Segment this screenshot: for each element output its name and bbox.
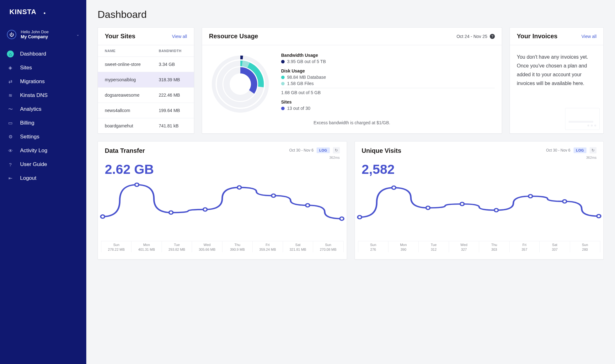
- svg-point-20: [596, 214, 601, 218]
- trend-icon: 〜: [7, 106, 14, 113]
- data-transfer-axis: Sun278.22 MBMon401.31 MBTue293.82 MBWed3…: [99, 240, 345, 257]
- resource-usage-card: Resource Usage Oct 24 - Nov 25 ?: [202, 27, 502, 134]
- help-icon: ?: [7, 161, 14, 168]
- svg-point-10: [271, 194, 275, 197]
- sites-card: Your Sites View all NAME BANDWIDTH sweet…: [98, 27, 194, 134]
- site-bandwidth: 318.39 MB: [159, 77, 187, 82]
- unique-visits-title: Unique Visits: [362, 147, 401, 154]
- site-row[interactable]: dogsareawesome222.46 MB: [98, 88, 194, 103]
- nav-item-sites[interactable]: ◈Sites: [0, 61, 86, 75]
- sites-table-body: sweet-online-store3.34 GBmypersonalblog3…: [98, 57, 194, 133]
- refresh-icon[interactable]: ↻: [333, 147, 340, 153]
- sites-title: Your Sites: [105, 33, 135, 40]
- svg-point-9: [237, 186, 241, 189]
- invoices-view-all[interactable]: View all: [581, 34, 596, 39]
- site-bandwidth: 222.46 MB: [159, 93, 187, 98]
- site-row[interactable]: mypersonalblog318.39 MB: [98, 72, 194, 88]
- help-icon[interactable]: ?: [490, 34, 495, 39]
- logout-icon: ⇤: [7, 175, 14, 182]
- svg-point-17: [494, 208, 498, 212]
- svg-point-12: [340, 217, 344, 221]
- nav-item-user-guide[interactable]: ?User Guide: [0, 158, 86, 171]
- sidebar: KINSTA ⏻ Hello John Doe My Company ⌄ ⌂Da…: [0, 0, 86, 364]
- axis-cell: Sun276: [358, 241, 388, 252]
- unique-visits-card: Unique Visits Oct 30 - Nov 6 LOG ↻ 362ms…: [355, 141, 604, 260]
- svg-point-7: [169, 211, 173, 214]
- refresh-icon[interactable]: ↻: [590, 147, 596, 153]
- nav-label: Kinsta DNS: [20, 92, 48, 99]
- unique-visits-latency: 362ms: [355, 156, 604, 159]
- nav-label: Dashboard: [20, 51, 46, 57]
- sliders-icon: ≋: [7, 92, 14, 99]
- site-bandwidth: 3.34 GB: [159, 62, 187, 67]
- nav-item-kinsta-dns[interactable]: ≋Kinsta DNS: [0, 88, 86, 102]
- power-icon: ⏻: [7, 30, 16, 39]
- diamond-icon: ◈: [7, 64, 14, 71]
- nav-item-migrations[interactable]: ⇄Migrations: [0, 75, 86, 88]
- legend-dot-database: [281, 76, 285, 79]
- site-bandwidth: 199.64 MB: [159, 108, 187, 113]
- axis-cell: Thu303: [479, 241, 509, 252]
- axis-cell: Sat337: [540, 241, 570, 252]
- legend-dot-files: [281, 82, 285, 85]
- site-row[interactable]: sweet-online-store3.34 GB: [98, 57, 194, 72]
- card-icon: ▭: [7, 120, 14, 126]
- arrows-icon: ⇄: [7, 78, 14, 85]
- page-title: Dashboard: [98, 9, 604, 20]
- usage-title: Resource Usage: [209, 33, 258, 40]
- user-switcher[interactable]: ⏻ Hello John Doe My Company ⌄: [0, 26, 86, 47]
- axis-cell: Thu390.9 MB: [222, 241, 253, 252]
- nav-item-activity-log[interactable]: 👁Activity Log: [0, 144, 86, 158]
- bandwidth-usage-text: 3.95 GB out of 5 TB: [287, 59, 326, 64]
- nav-label: Billing: [20, 120, 34, 126]
- brand-logo: KINSTA: [0, 6, 86, 26]
- col-name: NAME: [105, 49, 159, 53]
- invoice-placeholder: [565, 108, 600, 130]
- sites-view-all[interactable]: View all: [172, 34, 187, 39]
- svg-point-1: [44, 13, 45, 14]
- nav-item-settings[interactable]: ⚙Settings: [0, 130, 86, 144]
- svg-point-13: [357, 216, 361, 219]
- sites-usage-text: 13 out of 30: [287, 106, 310, 111]
- disk-total-text: 1.68 GB out of 5 GB: [281, 88, 495, 95]
- home-icon: ⌂: [7, 51, 14, 57]
- usage-donut-chart: [209, 53, 272, 115]
- nav-item-analytics[interactable]: 〜Analytics: [0, 102, 86, 116]
- axis-cell: Mon401.31 MB: [131, 241, 162, 252]
- svg-point-6: [135, 183, 139, 187]
- nav-label: Analytics: [20, 106, 41, 112]
- nav-item-dashboard[interactable]: ⌂Dashboard: [0, 47, 86, 61]
- usage-footer-note: Excess bandwidth is charged at $1/GB.: [202, 120, 502, 131]
- site-name: dogsareawesome: [105, 93, 159, 98]
- disk-usage-title: Disk Usage: [281, 68, 495, 73]
- site-row[interactable]: boardgamehut741.81 kB: [98, 118, 194, 133]
- axis-cell: Sat321.81 MB: [283, 241, 313, 252]
- svg-point-15: [426, 206, 430, 210]
- user-company: My Company: [21, 34, 49, 39]
- invoices-card: Your Invoices View all You don't have an…: [510, 27, 604, 134]
- eye-icon: 👁: [7, 147, 14, 154]
- nav-label: Migrations: [20, 78, 45, 85]
- col-bandwidth: BANDWIDTH: [159, 49, 187, 53]
- sites-usage-title: Sites: [281, 99, 495, 104]
- nav-item-logout[interactable]: ⇤Logout: [0, 171, 86, 185]
- log-button[interactable]: LOG: [574, 147, 586, 153]
- site-name: boardgamehut: [105, 123, 159, 128]
- svg-point-5: [101, 215, 105, 218]
- log-button[interactable]: LOG: [317, 147, 329, 153]
- disk-files-text: 1.58 GB Files: [287, 81, 314, 86]
- site-row[interactable]: news4allcom199.64 MB: [98, 103, 194, 118]
- nav-item-billing[interactable]: ▭Billing: [0, 116, 86, 130]
- svg-point-19: [563, 200, 567, 203]
- unique-visits-chart: [356, 177, 602, 240]
- axis-cell: Mon390: [388, 241, 419, 252]
- nav-label: Activity Log: [20, 147, 47, 154]
- user-greeting: Hello John Doe: [21, 29, 49, 34]
- data-transfer-latency: 362ms: [98, 156, 347, 159]
- sites-table-head: NAME BANDWIDTH: [98, 45, 194, 57]
- data-transfer-title: Data Transfer: [105, 147, 145, 154]
- disk-db-text: 98.84 MB Database: [287, 75, 326, 80]
- invoices-empty-text: You don't have any invoices yet. Once yo…: [510, 45, 603, 95]
- site-bandwidth: 741.81 kB: [159, 123, 187, 128]
- axis-cell: Tue293.82 MB: [162, 241, 192, 252]
